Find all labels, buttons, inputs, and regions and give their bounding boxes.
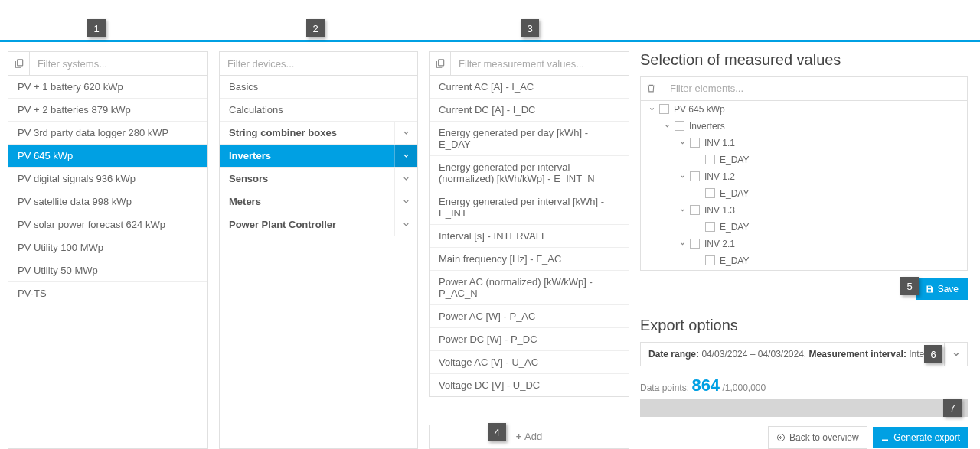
tree-checkbox[interactable] — [690, 138, 700, 148]
system-item[interactable]: PV Utility 100 MWp — [8, 236, 207, 259]
data-points-progress: 7 — [640, 399, 968, 417]
add-button[interactable]: 4 + Add — [429, 425, 629, 449]
measurement-value-item[interactable]: Energy generated per interval (normalize… — [430, 156, 629, 190]
export-expand-icon[interactable] — [944, 343, 967, 366]
tree-checkbox[interactable] — [690, 171, 700, 181]
tree-checkbox[interactable] — [675, 121, 684, 131]
device-group-item[interactable]: Inverters — [220, 145, 417, 168]
tree-node[interactable]: PV 645 kWp — [641, 101, 967, 118]
chevron-down-icon[interactable] — [394, 145, 417, 167]
device-group-item[interactable]: Basics — [220, 76, 417, 99]
tree-node[interactable]: INV 2.1 — [641, 236, 967, 252]
device-group-item[interactable]: String combiner boxes — [220, 122, 417, 145]
device-group-label: Calculations — [220, 99, 417, 121]
measurement-value-item[interactable]: Voltage DC [V] - U_DC — [430, 374, 629, 396]
tree-checkbox[interactable] — [705, 222, 715, 232]
tree-checkbox[interactable] — [659, 104, 669, 114]
selection-column: Selection of measured values PV 645 kWpI… — [640, 51, 972, 449]
measurement-value-item[interactable]: Power AC (normalized) [kW/kWp] - P_AC_N — [430, 271, 629, 305]
generate-export-button[interactable]: Generate export — [873, 427, 968, 448]
tree-node[interactable]: INV 1.1 — [641, 135, 967, 151]
system-item[interactable]: PV satellite data 998 kWp — [8, 190, 207, 213]
trash-icon[interactable] — [641, 77, 662, 100]
device-group-item[interactable]: Power Plant Controller — [220, 213, 417, 236]
data-points-label: Data points: — [640, 382, 689, 393]
export-options-bar[interactable]: Date range: 04/03/2024 – 04/03/2024, Mea… — [640, 342, 968, 366]
measurement-value-item[interactable]: Energy generated per interval [kWh] - E_… — [430, 190, 629, 225]
generate-label: Generate export — [893, 432, 960, 443]
measurement-value-item[interactable]: Current DC [A] - I_DC — [430, 99, 629, 122]
systems-filter-input[interactable] — [30, 52, 207, 75]
measurement-value-item[interactable]: Interval [s] - INTERVALL — [430, 225, 629, 248]
measurement-value-item[interactable]: Power AC [W] - P_AC — [430, 305, 629, 328]
chevron-down-icon[interactable] — [394, 213, 417, 236]
measurement-value-item[interactable]: Power DC [W] - P_DC — [430, 328, 629, 351]
system-item[interactable]: PV 3rd party data logger 280 kWP — [8, 122, 207, 145]
chevron-down-icon[interactable] — [394, 190, 417, 213]
tree-checkbox[interactable] — [690, 205, 700, 215]
chevron-down-icon[interactable] — [661, 122, 673, 131]
measurement-value-item[interactable]: Current AC [A] - I_AC — [430, 76, 629, 99]
device-group-item[interactable]: Calculations — [220, 99, 417, 122]
tree-node[interactable]: Inverters — [641, 118, 967, 135]
selection-tree: PV 645 kWpInvertersINV 1.1E_DAYINV 1.2E_… — [640, 101, 968, 271]
save-button[interactable]: Save — [916, 278, 968, 300]
tree-node[interactable]: INV 1.3 — [641, 202, 967, 219]
systems-filter-row — [8, 51, 208, 76]
system-item[interactable]: PV-TS — [8, 282, 207, 304]
chevron-down-icon[interactable] — [394, 168, 417, 190]
device-group-label: Inverters — [220, 145, 394, 167]
date-range-label: Date range: — [648, 349, 699, 360]
tree-checkbox[interactable] — [705, 188, 715, 198]
tree-node[interactable]: E_DAY — [641, 151, 967, 168]
tree-node[interactable]: INV 2.2 — [641, 269, 967, 271]
interval-label: Measurement interval: — [809, 349, 906, 360]
system-item[interactable]: PV Utility 50 MWp — [8, 259, 207, 282]
step-marker-6: 6 — [924, 345, 942, 363]
svg-rect-0 — [17, 60, 22, 66]
data-points-max: /1,000,000 — [722, 382, 766, 393]
save-icon — [925, 285, 934, 294]
device-group-label: Sensors — [220, 168, 394, 190]
tree-label: Inverters — [689, 121, 725, 132]
tree-checkbox[interactable] — [705, 255, 715, 265]
system-item[interactable]: PV + 2 batteries 879 kWp — [8, 99, 207, 122]
device-group-item[interactable]: Meters — [220, 190, 417, 213]
measurement-value-item[interactable]: Main frequency [Hz] - F_AC — [430, 248, 629, 271]
tree-node[interactable]: INV 1.2 — [641, 168, 967, 185]
selection-filter-input[interactable] — [662, 77, 967, 100]
system-item[interactable]: PV solar power forecast 624 kWp — [8, 213, 207, 236]
chevron-down-icon[interactable] — [645, 105, 658, 114]
tree-label: E_DAY — [720, 188, 749, 199]
chevron-down-icon[interactable] — [676, 239, 688, 249]
values-list: Current AC [A] - I_ACCurrent DC [A] - I_… — [429, 76, 629, 397]
chevron-down-icon[interactable] — [394, 122, 417, 144]
system-item[interactable]: PV digital signals 936 kWp — [8, 168, 207, 190]
back-label: Back to overview — [789, 432, 859, 443]
tree-node[interactable]: E_DAY — [641, 252, 967, 269]
tree-checkbox[interactable] — [705, 155, 715, 164]
devices-filter-input[interactable] — [220, 52, 417, 75]
back-arrow-icon — [776, 433, 786, 442]
device-group-item[interactable]: Sensors — [220, 168, 417, 190]
chevron-down-icon[interactable] — [676, 138, 688, 148]
values-filter-input[interactable] — [451, 52, 629, 75]
devices-filter-row — [219, 51, 418, 76]
tree-node[interactable]: E_DAY — [641, 185, 967, 202]
measurement-value-item[interactable]: Voltage AC [V] - U_AC — [430, 351, 629, 374]
values-column: Current AC [A] - I_ACCurrent DC [A] - I_… — [429, 51, 629, 449]
add-label: Add — [524, 431, 542, 442]
tree-node[interactable]: E_DAY — [641, 219, 967, 236]
svg-rect-1 — [438, 60, 443, 66]
system-item[interactable]: PV 645 kWp — [8, 145, 207, 168]
system-item[interactable]: PV + 1 battery 620 kWp — [8, 76, 207, 99]
back-button[interactable]: Back to overview — [768, 426, 867, 449]
step-marker-3: 3 — [521, 19, 539, 37]
step-marker-7: 7 — [943, 399, 962, 417]
date-range-value: 04/03/2024 – 04/03/2024, — [701, 349, 806, 360]
chevron-down-icon[interactable] — [676, 172, 688, 181]
chevron-down-icon[interactable] — [676, 206, 688, 215]
tree-checkbox[interactable] — [690, 239, 700, 249]
systems-list: PV + 1 battery 620 kWpPV + 2 batteries 8… — [8, 76, 208, 449]
measurement-value-item[interactable]: Energy generated per day [kWh] - E_DAY — [430, 122, 629, 156]
